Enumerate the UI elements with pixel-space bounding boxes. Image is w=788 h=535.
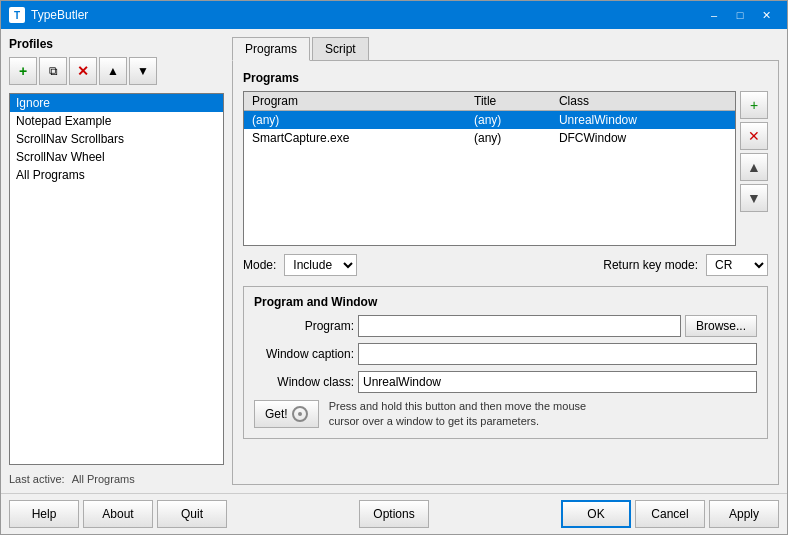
mode-select[interactable]: Include Exclude (284, 254, 357, 276)
return-key-row: Return key mode: CR LF CRLF (603, 254, 768, 276)
mode-label: Mode: (243, 258, 276, 272)
about-button[interactable]: About (83, 500, 153, 528)
add-profile-button[interactable]: + (9, 57, 37, 85)
move-program-up-button[interactable]: ▲ (740, 153, 768, 181)
tab-programs[interactable]: Programs (232, 37, 310, 61)
move-profile-up-button[interactable]: ▲ (99, 57, 127, 85)
main-window: T TypeButler – □ ✕ Profiles + ⧉ ✕ ▲ ▼ Ig… (0, 0, 788, 535)
window-title: TypeButler (31, 8, 88, 22)
right-panel: Programs Script Programs Program T (232, 37, 779, 485)
cell-program: (any) (244, 111, 466, 130)
target-icon (292, 406, 308, 422)
tab-content: Programs Program Title Class (232, 60, 779, 485)
programs-table: Program Title Class (any) (any) (244, 92, 735, 147)
copy-profile-button[interactable]: ⧉ (39, 57, 67, 85)
apply-button[interactable]: Apply (709, 500, 779, 528)
profiles-toolbar: + ⧉ ✕ ▲ ▼ (9, 57, 224, 85)
move-profile-down-button[interactable]: ▼ (129, 57, 157, 85)
table-row[interactable]: SmartCapture.exe (any) DFCWindow (244, 129, 735, 147)
help-button[interactable]: Help (9, 500, 79, 528)
delete-profile-button[interactable]: ✕ (69, 57, 97, 85)
ok-button[interactable]: OK (561, 500, 631, 528)
add-program-button[interactable]: + (740, 91, 768, 119)
program-window-title: Program and Window (254, 295, 757, 309)
profiles-list: Ignore Notepad Example ScrollNav Scrollb… (9, 93, 224, 465)
maximize-button[interactable]: □ (727, 5, 753, 25)
move-program-down-button[interactable]: ▼ (740, 184, 768, 212)
profiles-header: Profiles (9, 37, 224, 51)
table-row[interactable]: (any) (any) UnrealWindow (244, 111, 735, 130)
window-class-row: Window class: (254, 371, 757, 393)
cancel-button[interactable]: Cancel (635, 500, 705, 528)
return-key-select[interactable]: CR LF CRLF (706, 254, 768, 276)
profile-item-all-programs[interactable]: All Programs (10, 166, 223, 184)
title-bar: T TypeButler – □ ✕ (1, 1, 787, 29)
options-button[interactable]: Options (359, 500, 429, 528)
programs-section: Programs Program Title Class (243, 71, 768, 276)
get-hint: Press and hold this button and then move… (329, 399, 586, 430)
close-button[interactable]: ✕ (753, 5, 779, 25)
last-active-value: All Programs (72, 473, 135, 485)
last-active: Last active: All Programs (9, 473, 224, 485)
main-content: Profiles + ⧉ ✕ ▲ ▼ Ignore Notepad Exampl… (1, 29, 787, 493)
bottom-bar: Help About Quit Options OK Cancel Apply (1, 493, 787, 534)
remove-program-button[interactable]: ✕ (740, 122, 768, 150)
browse-button[interactable]: Browse... (685, 315, 757, 337)
get-row: Get! Press and hold this button and then… (254, 399, 757, 430)
app-icon: T (9, 7, 25, 23)
programs-section-title: Programs (243, 71, 768, 85)
return-key-label: Return key mode: (603, 258, 698, 272)
quit-button[interactable]: Quit (157, 500, 227, 528)
minimize-button[interactable]: – (701, 5, 727, 25)
col-title: Title (466, 92, 551, 111)
profile-item-scrollnav-scrollbars[interactable]: ScrollNav Scrollbars (10, 130, 223, 148)
program-window-section: Program and Window Program: Browse... Wi… (243, 286, 768, 439)
col-program: Program (244, 92, 466, 111)
programs-side-buttons: + ✕ ▲ ▼ (740, 91, 768, 246)
cell-class: UnrealWindow (551, 111, 735, 130)
cell-title: (any) (466, 129, 551, 147)
last-active-label: Last active: (9, 473, 65, 485)
cell-class: DFCWindow (551, 129, 735, 147)
profile-item-notepad[interactable]: Notepad Example (10, 112, 223, 130)
window-caption-label: Window caption: (254, 347, 354, 361)
program-input[interactable] (358, 315, 681, 337)
tab-script[interactable]: Script (312, 37, 369, 61)
programs-table-container: Program Title Class (any) (any) (243, 91, 736, 246)
window-class-input[interactable] (358, 371, 757, 393)
get-button-label: Get! (265, 407, 288, 421)
get-button[interactable]: Get! (254, 400, 319, 428)
title-bar-left: T TypeButler (9, 7, 88, 23)
col-class: Class (551, 92, 735, 111)
window-caption-input[interactable] (358, 343, 757, 365)
window-caption-row: Window caption: (254, 343, 757, 365)
cell-title: (any) (466, 111, 551, 130)
program-field-row: Program: Browse... (254, 315, 757, 337)
profile-item-scrollnav-wheel[interactable]: ScrollNav Wheel (10, 148, 223, 166)
window-class-label: Window class: (254, 375, 354, 389)
profile-item-ignore[interactable]: Ignore (10, 94, 223, 112)
mode-row: Mode: Include Exclude Return key mode: C… (243, 254, 768, 276)
program-label: Program: (254, 319, 354, 333)
title-bar-controls: – □ ✕ (701, 5, 779, 25)
tabs: Programs Script (232, 37, 779, 61)
cell-program: SmartCapture.exe (244, 129, 466, 147)
programs-area: Program Title Class (any) (any) (243, 91, 768, 246)
left-panel: Profiles + ⧉ ✕ ▲ ▼ Ignore Notepad Exampl… (9, 37, 224, 485)
